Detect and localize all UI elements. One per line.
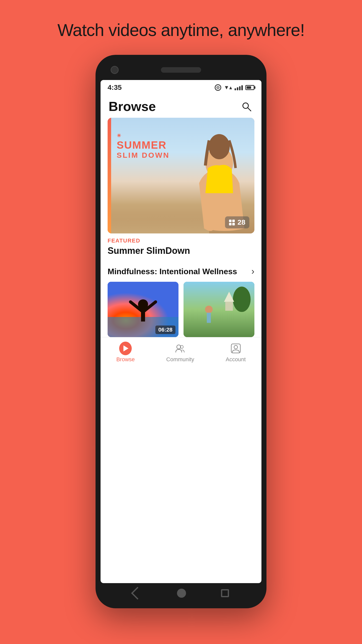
featured-info: FEATURED Summer SlimDown	[101, 233, 261, 256]
status-icons: ▼▴	[215, 84, 254, 91]
tab-account[interactable]: Account	[226, 342, 246, 363]
home-button[interactable]	[177, 589, 186, 598]
svg-point-6	[209, 134, 230, 159]
phone-sensor	[243, 66, 251, 74]
bottom-navigation: Browse Community	[101, 337, 261, 367]
signal-icon	[235, 85, 243, 90]
phone-camera	[111, 66, 119, 74]
svg-marker-1	[218, 87, 219, 88]
featured-label: FEATURED	[108, 237, 254, 244]
status-bar: 4:35 ▼▴	[101, 80, 261, 95]
svg-rect-16	[225, 302, 233, 311]
tab-community[interactable]: Community	[166, 342, 194, 363]
phone-frame: 4:35 ▼▴	[96, 55, 266, 608]
app-header: Browse	[101, 95, 261, 118]
svg-point-2	[243, 103, 248, 108]
account-icon	[230, 342, 242, 355]
video-row: 06:28	[101, 282, 261, 337]
phone-screen: 4:35 ▼▴	[101, 80, 261, 583]
featured-carousel: ☀ SUMMER SLIM DOWN 28	[101, 118, 261, 233]
phone-top-notch	[101, 60, 261, 80]
community-icon	[174, 342, 187, 355]
page-tagline: Watch videos anytime, anywhere!	[57, 20, 304, 40]
svg-line-3	[248, 108, 251, 111]
svg-point-22	[234, 345, 238, 349]
featured-card[interactable]: ☀ SUMMER SLIM DOWN 28	[108, 118, 254, 233]
phone-bottom-bar	[101, 583, 261, 603]
video-count-badge: 28	[225, 216, 249, 228]
battery-icon	[245, 85, 254, 90]
app-content: Browse	[101, 95, 261, 583]
section-title: Mindfulness: Intentional Wellness	[108, 267, 237, 276]
section-arrow-icon: ›	[251, 266, 254, 277]
svg-point-17	[205, 306, 213, 313]
media-icon	[215, 84, 221, 91]
tab-browse[interactable]: Browse	[116, 342, 135, 363]
community-tab-label: Community	[166, 356, 194, 363]
search-button[interactable]	[239, 99, 253, 113]
card-program-name: ☀ SUMMER SLIM DOWN	[117, 133, 170, 159]
video-thumb-2[interactable]	[184, 282, 254, 337]
account-tab-label: Account	[226, 356, 246, 363]
status-time: 4:35	[108, 84, 122, 92]
card-accent-stripe	[108, 118, 111, 233]
browse-tab-label: Browse	[116, 356, 135, 363]
svg-point-14	[233, 287, 251, 312]
wifi-icon: ▼▴	[224, 84, 232, 91]
video-duration-1: 06:28	[155, 326, 175, 334]
svg-rect-18	[207, 313, 211, 323]
browse-icon	[119, 342, 132, 355]
section-header[interactable]: Mindfulness: Intentional Wellness ›	[101, 256, 261, 282]
page-title: Browse	[109, 99, 156, 114]
featured-title: Summer SlimDown	[108, 246, 254, 256]
back-button[interactable]	[131, 587, 144, 600]
phone-speaker	[161, 67, 201, 73]
recent-button[interactable]	[221, 589, 229, 597]
video-thumb-1[interactable]: 06:28	[108, 282, 178, 337]
